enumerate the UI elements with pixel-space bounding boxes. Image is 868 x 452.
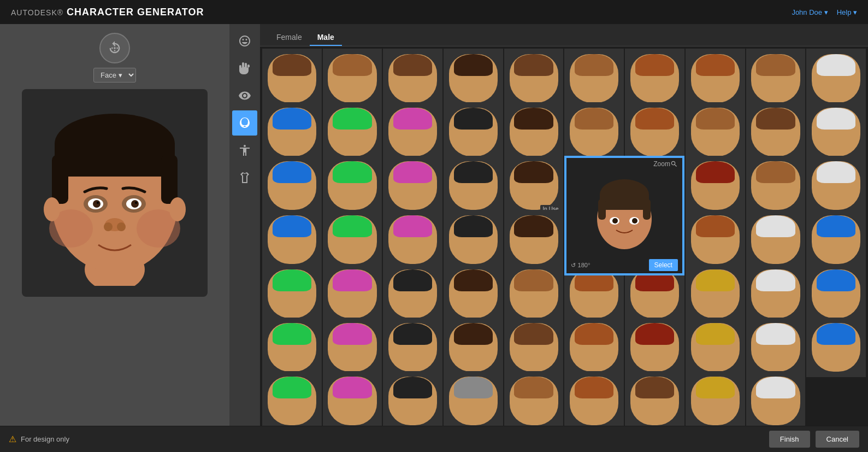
- user-menu[interactable]: John Doe ▾: [792, 8, 828, 16]
- sidebar-icon-face[interactable]: [232, 28, 257, 54]
- zoom-label: Zoom: [653, 160, 670, 168]
- hair-item[interactable]: [625, 102, 684, 162]
- bottom-actions: Finish Cancel: [769, 431, 859, 448]
- zoom-popup-header[interactable]: Zoom: [566, 158, 682, 170]
- svg-rect-24: [600, 195, 649, 210]
- hair-item[interactable]: [564, 49, 624, 108]
- hair-item[interactable]: [625, 371, 684, 426]
- sidebar-icon-clothes[interactable]: [232, 165, 257, 190]
- svg-rect-4: [55, 144, 175, 177]
- hair-item[interactable]: [323, 371, 382, 426]
- hair-item[interactable]: [444, 371, 503, 426]
- hair-item[interactable]: [806, 264, 866, 324]
- hair-item[interactable]: [383, 49, 442, 108]
- hair-item[interactable]: [323, 318, 382, 377]
- svg-point-13: [97, 202, 99, 204]
- hair-item[interactable]: [686, 210, 745, 269]
- sidebar-icon-hand[interactable]: [232, 56, 257, 81]
- hair-item[interactable]: [262, 156, 322, 215]
- hair-item[interactable]: [383, 210, 442, 269]
- cancel-button[interactable]: Cancel: [816, 431, 859, 448]
- hair-item[interactable]: [686, 49, 745, 108]
- hair-item[interactable]: [746, 318, 806, 377]
- hair-item[interactable]: [262, 102, 322, 162]
- hair-item[interactable]: [383, 371, 442, 426]
- body-shape-icon: [238, 144, 251, 157]
- hair-item[interactable]: [746, 156, 806, 215]
- finish-button[interactable]: Finish: [769, 431, 810, 448]
- hair-item[interactable]: [564, 318, 624, 377]
- warning-text: For design only: [21, 435, 69, 443]
- hair-item[interactable]: [444, 156, 503, 215]
- svg-point-16: [104, 222, 113, 231]
- hair-item[interactable]: [806, 102, 866, 162]
- hair-item[interactable]: [806, 318, 866, 377]
- content-area: Female Male: [260, 24, 868, 426]
- rotate-control[interactable]: [99, 33, 130, 63]
- hair-item[interactable]: [383, 156, 442, 215]
- hair-item[interactable]: [323, 102, 382, 162]
- tab-female[interactable]: Female: [269, 30, 310, 46]
- hair-item[interactable]: [806, 49, 866, 108]
- hair-item[interactable]: [686, 318, 745, 377]
- hair-item[interactable]: [323, 156, 382, 215]
- hair-item[interactable]: [806, 156, 866, 215]
- hair-item[interactable]: [444, 318, 503, 377]
- hair-item[interactable]: [746, 264, 806, 324]
- hair-item[interactable]: [323, 210, 382, 269]
- hair-item[interactable]: [444, 49, 503, 108]
- hair-item-zoomed[interactable]: Zoom: [564, 156, 684, 275]
- hair-item[interactable]: [686, 264, 745, 324]
- hair-item[interactable]: [746, 102, 806, 162]
- hair-item[interactable]: [746, 210, 806, 269]
- hair-item[interactable]: [746, 49, 806, 108]
- svg-point-17: [117, 222, 126, 231]
- tab-male[interactable]: Male: [310, 30, 342, 46]
- hair-item[interactable]: [564, 102, 624, 162]
- hair-item[interactable]: [504, 264, 564, 324]
- hair-item[interactable]: [323, 264, 382, 324]
- help-menu[interactable]: Help ▾: [837, 8, 857, 16]
- hair-item[interactable]: [504, 49, 564, 108]
- sidebar-icon-body[interactable]: [232, 138, 257, 163]
- hair-item[interactable]: [806, 210, 866, 269]
- select-button[interactable]: Select: [649, 259, 678, 271]
- hair-item[interactable]: [504, 318, 564, 377]
- left-panel: Face ▾: [0, 24, 229, 426]
- hair-item[interactable]: [686, 371, 745, 426]
- hair-item[interactable]: [746, 371, 806, 426]
- hair-item[interactable]: [383, 318, 442, 377]
- svg-point-14: [135, 202, 137, 204]
- svg-rect-6: [161, 155, 178, 204]
- zoom-icon: [670, 160, 678, 168]
- nav-controls: [99, 33, 130, 63]
- hair-item[interactable]: [262, 318, 322, 377]
- hair-item[interactable]: [504, 371, 564, 426]
- hair-item[interactable]: [625, 318, 684, 377]
- face-dropdown[interactable]: Face ▾: [93, 68, 136, 83]
- hair-item[interactable]: [564, 371, 624, 426]
- hair-item[interactable]: [262, 264, 322, 324]
- hair-item[interactable]: [686, 102, 745, 162]
- svg-rect-5: [52, 155, 68, 204]
- character-preview: [22, 89, 208, 297]
- hair-item[interactable]: [323, 49, 382, 108]
- sidebar-icon-eye[interactable]: [232, 83, 257, 108]
- hair-item[interactable]: [444, 264, 503, 324]
- hair-item[interactable]: [444, 210, 503, 269]
- sidebar-icon-hair[interactable]: [232, 110, 257, 136]
- eye-icon: [238, 89, 251, 102]
- hair-item[interactable]: [383, 102, 442, 162]
- character-face-svg: [38, 100, 191, 286]
- hair-item-in-use[interactable]: In Use: [504, 156, 564, 215]
- hair-item[interactable]: [262, 49, 322, 108]
- hair-item[interactable]: [262, 371, 322, 426]
- hair-item[interactable]: [625, 49, 684, 108]
- hair-item[interactable]: [504, 102, 564, 162]
- hair-item[interactable]: [444, 102, 503, 162]
- hair-item[interactable]: [686, 156, 745, 215]
- hair-item[interactable]: [383, 264, 442, 324]
- hair-item[interactable]: [262, 210, 322, 269]
- svg-point-12: [131, 200, 139, 208]
- hair-item[interactable]: [504, 210, 564, 269]
